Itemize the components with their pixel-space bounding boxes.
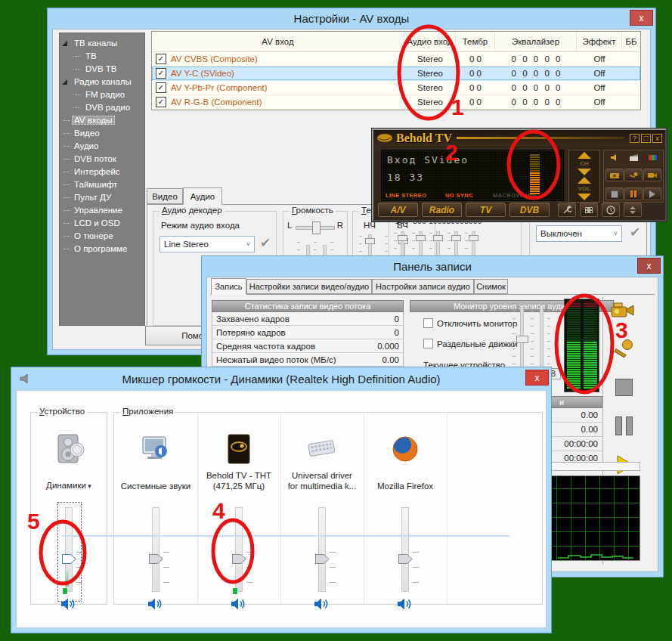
eq-band-thumb[interactable] (451, 235, 461, 241)
sidebar-item[interactable]: DVB поток (60, 153, 144, 166)
mute-speaker-button[interactable] (314, 597, 330, 611)
sidebar-item[interactable]: AV входы (60, 114, 144, 127)
tone-low-thumb[interactable] (365, 238, 375, 244)
volume-slider-handle[interactable] (232, 554, 246, 564)
sidebar-item[interactable]: Таймшифт (60, 178, 144, 191)
record-panel-button[interactable] (580, 203, 598, 217)
sound-effect-combobox[interactable]: Выключен (536, 225, 622, 242)
record-camcorder-icon[interactable] (610, 300, 637, 324)
enabled-checkbox[interactable] (156, 68, 166, 79)
channel-name[interactable]: Динамики (46, 480, 91, 491)
behold-titlebar[interactable]: Behold TV ?□x (373, 130, 665, 146)
apply-checkmark-icon[interactable] (630, 225, 640, 240)
sidebar-item[interactable]: О тюнере (60, 230, 144, 243)
mute-speaker-button[interactable] (397, 597, 413, 611)
enabled-checkbox[interactable] (156, 97, 166, 107)
mode-button-av[interactable]: A/V (378, 203, 418, 217)
sidebar-item[interactable]: Аудио (60, 140, 144, 153)
behold-minimize-button[interactable]: □ (641, 134, 651, 143)
balance-slider[interactable] (296, 226, 335, 230)
sidebar-item[interactable]: Интерфейс (60, 166, 144, 178)
record-stop-button[interactable] (615, 379, 633, 396)
mode-button-dvb[interactable]: DVB (509, 203, 550, 217)
mixer-close-button[interactable]: x (525, 370, 549, 386)
sidebar-item[interactable]: DVB ТВ (60, 63, 144, 76)
snapshot-button[interactable] (605, 169, 624, 181)
volume-slider-handle[interactable] (149, 554, 163, 564)
record-tab[interactable]: Снимок (474, 279, 508, 294)
stat-label: Потеряно кадров (216, 328, 286, 337)
volume-slider-handle[interactable] (315, 554, 330, 564)
record-microphone-icon[interactable] (613, 338, 634, 365)
eq-band-thumb[interactable] (416, 235, 426, 241)
table-row[interactable]: AV Y-C (SVideo)Stereo0 00 0 0 0 0Off (152, 67, 640, 81)
mute-speaker-button[interactable] (147, 597, 164, 611)
eq-band-thumb[interactable] (469, 235, 478, 241)
mixer-titlebar[interactable]: Микшер громкости - Динамики (Realtek Hig… (11, 367, 551, 390)
channel-down-icon[interactable] (578, 169, 591, 175)
sidebar-item[interactable]: ТВ (60, 50, 144, 63)
behold-close-button[interactable]: x (652, 134, 662, 143)
video-stat-row: Несжатый видео поток (МБ/с)0.00 (212, 353, 403, 367)
balance-slider-thumb[interactable] (312, 221, 321, 234)
volume-slider[interactable] (152, 507, 159, 592)
volume-down-icon[interactable] (578, 194, 591, 200)
audio-mode-combobox[interactable]: Line Stereo (159, 236, 255, 252)
sidebar-item[interactable]: FM радио (60, 88, 144, 101)
sidebar-item[interactable]: Видео (60, 127, 144, 140)
play-button[interactable] (643, 187, 661, 200)
sidebar-item[interactable]: Пульт ДУ (60, 191, 144, 204)
volume-slider[interactable] (65, 507, 73, 592)
enabled-checkbox[interactable] (156, 82, 166, 93)
settings-wrench-button[interactable] (558, 203, 576, 217)
sidebar-item[interactable]: О программе (60, 243, 144, 255)
scheduler-clock-button[interactable] (602, 203, 620, 217)
record-tab[interactable]: Запись (211, 278, 246, 295)
record-tab[interactable]: Настройки записи видео/аудио (246, 279, 372, 294)
microphone-button[interactable] (624, 169, 643, 181)
record-tab[interactable]: Настройки записи аудио (372, 279, 474, 294)
record-titlebar[interactable]: Панель записи x (202, 256, 663, 277)
mode-button-radio[interactable]: Radio (422, 203, 462, 217)
mute-speaker-button[interactable] (60, 597, 77, 611)
behold-mode-buttons: A/VRadioTVDVB (378, 203, 550, 217)
settings-close-button[interactable]: x (630, 10, 653, 26)
behold-help-button[interactable]: ? (630, 134, 639, 143)
record-pause-button[interactable] (615, 416, 633, 435)
av-input-cell: AV CVBS (Composite) (152, 54, 404, 64)
mode-button-tv[interactable]: TV (466, 203, 506, 217)
table-row[interactable]: AV Y-Pb-Pr (Component)Stereo0 00 0 0 0 0… (152, 81, 640, 95)
record-video-button[interactable] (643, 169, 661, 181)
tab-audio[interactable]: Аудио (183, 187, 222, 205)
enabled-checkbox[interactable] (156, 54, 166, 64)
disable-monitor-checkbox[interactable] (423, 318, 433, 328)
pause-button[interactable] (624, 187, 643, 200)
table-row[interactable]: AV R-G-B (Component)Stereo0 00 0 0 0 0Of… (152, 95, 640, 110)
clapperboard-icon (624, 152, 643, 163)
sidebar-item[interactable]: DVB радио (60, 101, 144, 114)
updown-button[interactable] (624, 203, 642, 217)
separate-sliders-checkbox[interactable] (423, 339, 433, 348)
volume-slider[interactable] (318, 507, 326, 592)
tab-video[interactable]: Видео (147, 188, 183, 204)
channel-up-icon[interactable] (578, 152, 591, 159)
apply-checkmark-icon[interactable] (260, 235, 271, 251)
sidebar-item-label: Видео (72, 129, 102, 138)
volume-up-icon[interactable] (578, 177, 591, 184)
sidebar-item[interactable]: ТВ каналы (60, 37, 144, 50)
mute-speaker-button[interactable] (231, 597, 247, 611)
volume-slider[interactable] (235, 507, 243, 592)
table-row[interactable]: AV CVBS (Composite)Stereo0 00 0 0 0 0Off (152, 52, 640, 67)
record-window-title: Панель записи (393, 260, 472, 273)
monitor-slider-1-thumb[interactable] (516, 336, 528, 343)
stop-button[interactable] (605, 187, 624, 200)
volume-slider[interactable] (401, 507, 409, 592)
sidebar-item[interactable]: LCD и OSD (60, 217, 144, 230)
sidebar-item[interactable]: Радио каналы (60, 76, 144, 88)
volume-slider-handle[interactable] (398, 554, 413, 564)
eq-band-thumb[interactable] (433, 235, 443, 241)
record-close-button[interactable]: x (637, 258, 661, 274)
settings-titlebar[interactable]: Настройки - AV входы x (48, 8, 655, 29)
sidebar-item[interactable]: Управление (60, 204, 144, 217)
eq-band-thumb[interactable] (398, 235, 407, 241)
